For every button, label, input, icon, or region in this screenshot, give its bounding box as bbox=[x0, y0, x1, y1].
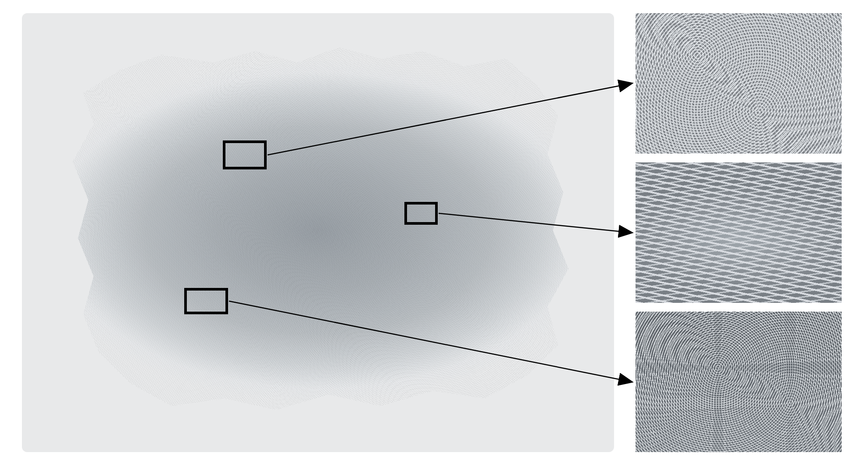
tissue-mass bbox=[57, 40, 579, 421]
roi-bottom bbox=[184, 288, 228, 314]
figure-stage bbox=[0, 0, 868, 467]
detail-bottom bbox=[636, 312, 842, 452]
detail-middle bbox=[636, 162, 842, 303]
tissue-texture bbox=[57, 40, 579, 421]
whole-slide-background bbox=[22, 13, 614, 452]
roi-top bbox=[223, 140, 267, 169]
detail-top bbox=[636, 13, 842, 154]
roi-middle bbox=[404, 202, 438, 225]
